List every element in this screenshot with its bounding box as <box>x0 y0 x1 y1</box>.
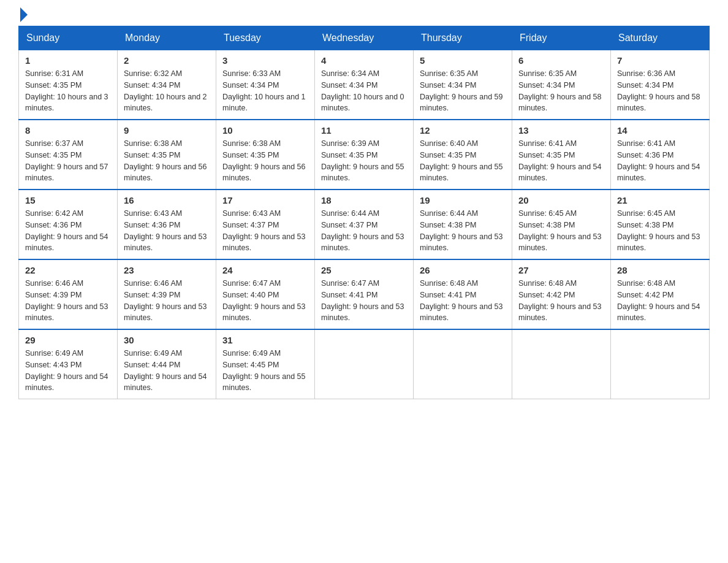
day-info: Sunrise: 6:44 AMSunset: 4:37 PMDaylight:… <box>321 209 404 252</box>
day-info: Sunrise: 6:38 AMSunset: 4:35 PMDaylight:… <box>222 139 306 182</box>
calendar-cell: 16 Sunrise: 6:43 AMSunset: 4:36 PMDaylig… <box>118 190 216 259</box>
calendar-cell: 27 Sunrise: 6:48 AMSunset: 4:42 PMDaylig… <box>512 259 611 329</box>
day-number: 27 <box>518 265 604 275</box>
day-info: Sunrise: 6:47 AMSunset: 4:41 PMDaylight:… <box>321 279 404 322</box>
day-number: 28 <box>617 265 703 275</box>
day-info: Sunrise: 6:33 AMSunset: 4:34 PMDaylight:… <box>222 69 306 112</box>
calendar-cell: 23 Sunrise: 6:46 AMSunset: 4:39 PMDaylig… <box>118 259 216 329</box>
calendar-cell: 15 Sunrise: 6:42 AMSunset: 4:36 PMDaylig… <box>19 190 118 259</box>
calendar-cell: 3 Sunrise: 6:33 AMSunset: 4:34 PMDayligh… <box>216 50 315 120</box>
calendar-cell: 28 Sunrise: 6:48 AMSunset: 4:42 PMDaylig… <box>611 259 710 329</box>
day-number: 19 <box>420 195 506 205</box>
day-info: Sunrise: 6:43 AMSunset: 4:37 PMDaylight:… <box>222 209 306 252</box>
logo <box>18 12 28 20</box>
day-info: Sunrise: 6:34 AMSunset: 4:34 PMDaylight:… <box>321 69 404 112</box>
calendar-cell: 1 Sunrise: 6:31 AMSunset: 4:35 PMDayligh… <box>19 50 118 120</box>
day-number: 24 <box>222 265 308 275</box>
weekday-header-monday: Monday <box>118 26 216 50</box>
day-number: 2 <box>124 55 210 66</box>
day-number: 7 <box>617 55 703 66</box>
calendar-cell: 30 Sunrise: 6:49 AMSunset: 4:44 PMDaylig… <box>118 329 216 399</box>
weekday-header-friday: Friday <box>512 26 611 50</box>
day-info: Sunrise: 6:45 AMSunset: 4:38 PMDaylight:… <box>617 209 700 252</box>
day-info: Sunrise: 6:46 AMSunset: 4:39 PMDaylight:… <box>25 279 108 322</box>
week-row-3: 15 Sunrise: 6:42 AMSunset: 4:36 PMDaylig… <box>19 190 710 259</box>
day-info: Sunrise: 6:47 AMSunset: 4:40 PMDaylight:… <box>222 279 306 322</box>
day-number: 30 <box>124 335 210 345</box>
day-number: 3 <box>222 55 308 66</box>
calendar-cell: 9 Sunrise: 6:38 AMSunset: 4:35 PMDayligh… <box>118 120 216 190</box>
day-number: 14 <box>617 125 703 136</box>
day-number: 17 <box>222 195 308 205</box>
calendar-cell: 29 Sunrise: 6:49 AMSunset: 4:43 PMDaylig… <box>19 329 118 399</box>
day-info: Sunrise: 6:46 AMSunset: 4:39 PMDaylight:… <box>124 279 207 322</box>
calendar-cell: 22 Sunrise: 6:46 AMSunset: 4:39 PMDaylig… <box>19 259 118 329</box>
day-number: 25 <box>321 265 407 275</box>
day-info: Sunrise: 6:41 AMSunset: 4:35 PMDaylight:… <box>518 139 602 182</box>
day-info: Sunrise: 6:36 AMSunset: 4:34 PMDaylight:… <box>617 69 700 112</box>
day-info: Sunrise: 6:38 AMSunset: 4:35 PMDaylight:… <box>124 139 207 182</box>
weekday-header-tuesday: Tuesday <box>216 26 315 50</box>
calendar-cell: 5 Sunrise: 6:35 AMSunset: 4:34 PMDayligh… <box>414 50 512 120</box>
day-number: 18 <box>321 195 407 205</box>
day-info: Sunrise: 6:42 AMSunset: 4:36 PMDaylight:… <box>25 209 108 252</box>
day-info: Sunrise: 6:35 AMSunset: 4:34 PMDaylight:… <box>518 69 602 112</box>
day-number: 16 <box>124 195 210 205</box>
calendar-cell: 25 Sunrise: 6:47 AMSunset: 4:41 PMDaylig… <box>315 259 414 329</box>
day-info: Sunrise: 6:44 AMSunset: 4:38 PMDaylight:… <box>420 209 503 252</box>
day-number: 22 <box>25 265 111 275</box>
day-number: 8 <box>25 125 111 136</box>
day-number: 9 <box>124 125 210 136</box>
logo-triangle-icon <box>20 7 28 22</box>
day-info: Sunrise: 6:41 AMSunset: 4:36 PMDaylight:… <box>617 139 700 182</box>
weekday-header-row: SundayMondayTuesdayWednesdayThursdayFrid… <box>19 26 710 50</box>
day-number: 31 <box>222 335 308 345</box>
day-number: 29 <box>25 335 111 345</box>
day-info: Sunrise: 6:43 AMSunset: 4:36 PMDaylight:… <box>124 209 207 252</box>
calendar-cell <box>611 329 710 399</box>
day-number: 23 <box>124 265 210 275</box>
calendar-cell: 21 Sunrise: 6:45 AMSunset: 4:38 PMDaylig… <box>611 190 710 259</box>
weekday-header-wednesday: Wednesday <box>315 26 414 50</box>
day-number: 11 <box>321 125 407 136</box>
day-info: Sunrise: 6:37 AMSunset: 4:35 PMDaylight:… <box>25 139 108 182</box>
calendar-cell: 13 Sunrise: 6:41 AMSunset: 4:35 PMDaylig… <box>512 120 611 190</box>
day-info: Sunrise: 6:48 AMSunset: 4:42 PMDaylight:… <box>518 279 602 322</box>
week-row-2: 8 Sunrise: 6:37 AMSunset: 4:35 PMDayligh… <box>19 120 710 190</box>
calendar-table: SundayMondayTuesdayWednesdayThursdayFrid… <box>18 26 710 399</box>
day-number: 1 <box>25 55 111 66</box>
day-number: 5 <box>420 55 506 66</box>
day-info: Sunrise: 6:40 AMSunset: 4:35 PMDaylight:… <box>420 139 503 182</box>
calendar-cell: 10 Sunrise: 6:38 AMSunset: 4:35 PMDaylig… <box>216 120 315 190</box>
calendar-cell: 24 Sunrise: 6:47 AMSunset: 4:40 PMDaylig… <box>216 259 315 329</box>
calendar-cell: 2 Sunrise: 6:32 AMSunset: 4:34 PMDayligh… <box>118 50 216 120</box>
day-number: 20 <box>518 195 604 205</box>
week-row-4: 22 Sunrise: 6:46 AMSunset: 4:39 PMDaylig… <box>19 259 710 329</box>
day-info: Sunrise: 6:48 AMSunset: 4:41 PMDaylight:… <box>420 279 503 322</box>
calendar-cell: 12 Sunrise: 6:40 AMSunset: 4:35 PMDaylig… <box>414 120 512 190</box>
calendar-cell: 31 Sunrise: 6:49 AMSunset: 4:45 PMDaylig… <box>216 329 315 399</box>
day-info: Sunrise: 6:49 AMSunset: 4:44 PMDaylight:… <box>124 349 207 392</box>
day-number: 6 <box>518 55 604 66</box>
day-info: Sunrise: 6:45 AMSunset: 4:38 PMDaylight:… <box>518 209 602 252</box>
day-info: Sunrise: 6:32 AMSunset: 4:34 PMDaylight:… <box>124 69 207 112</box>
calendar-cell: 4 Sunrise: 6:34 AMSunset: 4:34 PMDayligh… <box>315 50 414 120</box>
day-number: 26 <box>420 265 506 275</box>
calendar-cell: 18 Sunrise: 6:44 AMSunset: 4:37 PMDaylig… <box>315 190 414 259</box>
calendar-cell <box>512 329 611 399</box>
day-number: 10 <box>222 125 308 136</box>
day-info: Sunrise: 6:48 AMSunset: 4:42 PMDaylight:… <box>617 279 700 322</box>
day-info: Sunrise: 6:49 AMSunset: 4:43 PMDaylight:… <box>25 349 108 392</box>
day-number: 21 <box>617 195 703 205</box>
weekday-header-thursday: Thursday <box>414 26 512 50</box>
weekday-header-saturday: Saturday <box>611 26 710 50</box>
calendar-cell: 11 Sunrise: 6:39 AMSunset: 4:35 PMDaylig… <box>315 120 414 190</box>
day-number: 4 <box>321 55 407 66</box>
calendar-cell: 7 Sunrise: 6:36 AMSunset: 4:34 PMDayligh… <box>611 50 710 120</box>
calendar-cell <box>315 329 414 399</box>
calendar-cell: 26 Sunrise: 6:48 AMSunset: 4:41 PMDaylig… <box>414 259 512 329</box>
calendar-cell <box>414 329 512 399</box>
day-info: Sunrise: 6:39 AMSunset: 4:35 PMDaylight:… <box>321 139 404 182</box>
day-info: Sunrise: 6:35 AMSunset: 4:34 PMDaylight:… <box>420 69 503 112</box>
day-info: Sunrise: 6:31 AMSunset: 4:35 PMDaylight:… <box>25 69 108 112</box>
